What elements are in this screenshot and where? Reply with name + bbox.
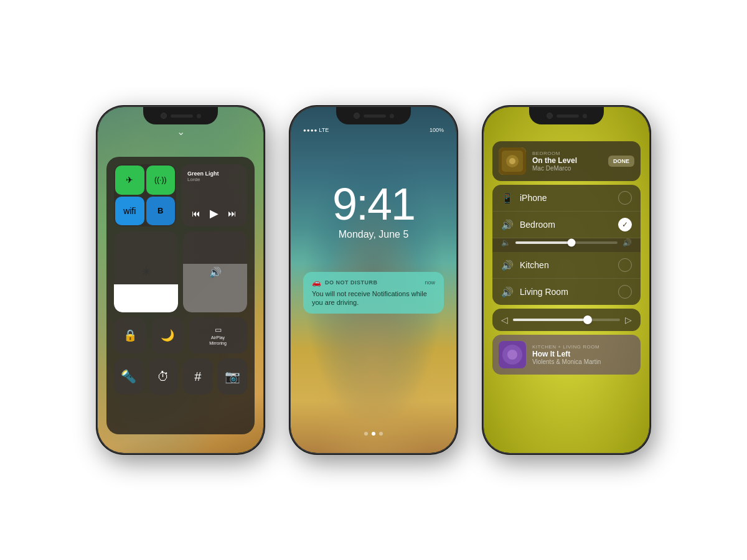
master-volume-row: ◁ ▷ <box>492 309 641 331</box>
iphone-select <box>618 191 632 205</box>
car-icon: 🚗 <box>312 278 321 287</box>
bedroom-vol-track[interactable] <box>515 241 618 244</box>
second-artwork <box>499 341 526 368</box>
cc-camera[interactable]: 📷 <box>218 358 248 394</box>
mirroring-label: Mirroring <box>209 341 227 345</box>
front-camera-3 <box>547 113 553 119</box>
cc-bluetooth[interactable]: B <box>146 197 176 226</box>
play-icon[interactable]: ▶ <box>210 207 218 220</box>
volume-up-button-2[interactable] <box>289 200 291 235</box>
power-button-3[interactable] <box>649 207 651 256</box>
dot-3 <box>379 432 383 436</box>
mute-switch-2[interactable] <box>289 169 291 188</box>
sensor-2 <box>390 114 394 118</box>
cc-do-not-disturb[interactable]: 🌙 <box>151 317 184 353</box>
master-volume-track[interactable] <box>513 319 620 321</box>
carrier-lte: LTE <box>319 127 329 133</box>
device-name-bedroom: Bedroom <box>520 220 612 230</box>
phone-3: BEDROOM On the Level Mac DeMarco DONE 📱 … <box>482 106 651 454</box>
cc-volume-slider[interactable]: 🔊 <box>183 231 247 312</box>
cc-music-player[interactable]: Green Light Lorde ⏮ ▶ ⏭ <box>181 164 247 226</box>
iphone-icon: 📱 <box>501 192 514 204</box>
dnd-label: DO NOT DISTURB <box>325 279 378 286</box>
cc-connectivity-quad: ✈ ((·)) wifi B <box>114 164 176 226</box>
speaker-2 <box>364 114 386 118</box>
fast-forward-icon[interactable]: ⏭ <box>228 208 237 218</box>
cc-airplay-button[interactable]: ▭ AirPlay Mirroring <box>189 317 247 353</box>
master-volume-fill <box>513 319 588 321</box>
airplane-icon: ✈ <box>126 175 133 185</box>
device-iphone[interactable]: 📱 iPhone <box>492 185 641 212</box>
mute-switch[interactable] <box>96 169 98 188</box>
phone-2: ●●●● LTE 100% 9:41 Monday, June 5 🚗 DO N… <box>289 106 458 454</box>
second-now-playing-card: KITCHEN + LIVING ROOM How It Left Violen… <box>492 335 641 375</box>
page-indicator <box>291 432 456 436</box>
master-volume-thumb[interactable] <box>583 315 592 324</box>
volume-up-button-3[interactable] <box>482 200 484 235</box>
living-room-select <box>618 285 632 299</box>
device-bedroom[interactable]: 🔊 Bedroom ✓ <box>492 212 641 238</box>
cc-timer[interactable]: ⏱ <box>149 358 179 394</box>
bedroom-volume-row: 🔈 🔊 <box>492 238 641 252</box>
dnd-time: now <box>425 279 435 286</box>
svg-point-6 <box>507 350 517 360</box>
volume-down-button[interactable] <box>96 241 98 275</box>
now-playing-artwork <box>499 147 526 175</box>
mute-switch-3[interactable] <box>482 169 484 188</box>
power-button[interactable] <box>263 207 265 256</box>
volume-up-button[interactable] <box>96 200 98 235</box>
cc-brightness-slider[interactable]: ☀ <box>114 231 178 312</box>
battery-level: 100% <box>430 127 444 133</box>
cc-music-artist: Lorde <box>187 177 241 182</box>
cc-cellular-data[interactable]: ((·)) <box>146 166 176 195</box>
sensor-3 <box>583 114 587 118</box>
now-playing-title: On the Level <box>532 156 602 165</box>
cc-lock-button[interactable]: 🔒 <box>114 317 146 353</box>
device-name-living-room: Living Room <box>520 287 612 297</box>
notch-2 <box>336 107 411 124</box>
cc-wifi[interactable]: wifi <box>115 197 144 226</box>
airplay-icon: ▭ <box>215 325 222 334</box>
phone-1-screen: ⌄ ✈ ((·)) wifi B <box>98 107 263 453</box>
vol-min-icon: 🔈 <box>501 238 510 247</box>
bedroom-vol-thumb[interactable] <box>568 239 576 247</box>
swipe-indicator: ⌄ <box>177 126 185 138</box>
cc-airplane-mode[interactable]: ✈ <box>115 166 144 195</box>
done-button[interactable]: DONE <box>608 156 634 167</box>
vol-max-icon: 🔊 <box>622 238 632 247</box>
airplay-panel: BEDROOM On the Level Mac DeMarco DONE 📱 … <box>492 141 641 441</box>
airplay-label: AirPlay <box>211 335 225 340</box>
cc-sliders-row: ☀ 🔊 <box>114 231 247 312</box>
lockscreen-status-bar: ●●●● LTE 100% <box>303 127 444 133</box>
front-camera-2 <box>354 113 360 119</box>
speaker-1 <box>171 114 193 118</box>
volume-down-button-2[interactable] <box>289 241 291 275</box>
device-living-room[interactable]: 🔊 Living Room <box>492 279 641 305</box>
speaker-kitchen-icon: 🔊 <box>501 259 514 271</box>
cc-music-controls: ⏮ ▶ ⏭ <box>187 207 241 220</box>
svg-point-3 <box>509 158 515 164</box>
now-playing-artist: Mac DeMarco <box>532 165 602 172</box>
second-room: KITCHEN + LIVING ROOM <box>532 344 634 350</box>
second-now-playing-info: KITCHEN + LIVING ROOM How It Left Violen… <box>532 344 634 365</box>
dnd-notification: 🚗 DO NOT DISTURB now You will not receiv… <box>303 272 444 314</box>
phone-1: ⌄ ✈ ((·)) wifi B <box>96 106 265 454</box>
volume-down-button-3[interactable] <box>482 241 484 275</box>
date-display: Monday, June 5 <box>291 229 456 240</box>
cc-flashlight[interactable]: 🔦 <box>114 358 144 394</box>
rewind-icon[interactable]: ⏮ <box>192 208 200 218</box>
dnd-left-section: 🚗 DO NOT DISTURB <box>312 278 378 287</box>
cc-bottom-row: 🔦 ⏱ # 📷 <box>114 358 247 394</box>
second-title: How It Left <box>532 350 634 358</box>
cc-music-title: Green Light <box>187 170 241 177</box>
bedroom-select: ✓ <box>618 218 632 231</box>
sensor-1 <box>197 114 201 118</box>
cc-calculator[interactable]: # <box>183 358 213 394</box>
device-list: 📱 iPhone 🔊 Bedroom ✓ 🔈 <box>492 185 641 305</box>
signal-strength: ●●●● <box>303 128 317 133</box>
power-button-2[interactable] <box>456 207 458 256</box>
lockscreen-time-display: 9:41 Monday, June 5 <box>291 182 456 240</box>
device-kitchen[interactable]: 🔊 Kitchen <box>492 252 641 279</box>
dot-1 <box>364 432 368 436</box>
master-vol-min-icon: ◁ <box>501 315 508 325</box>
